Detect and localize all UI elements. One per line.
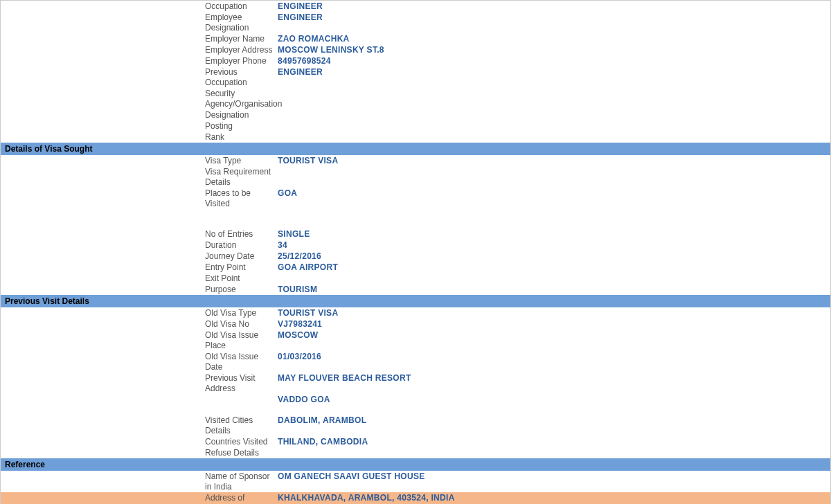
- field-label: Security Agency/Organisation: [1, 89, 278, 109]
- section-header-visa: Details of Visa Sought: [1, 143, 830, 155]
- field-value: TOURIST VISA: [278, 308, 338, 318]
- field-value: ZAO ROMACHKA: [278, 34, 350, 44]
- field-label: Old Visa Issue Date: [1, 352, 278, 372]
- field-label: Refuse Details: [1, 448, 278, 458]
- form-row: Journey Date25/12/2016: [1, 251, 830, 262]
- field-value: DABOLIM, ARAMBOL: [278, 415, 366, 436]
- field-label: Old Visa No: [1, 319, 278, 330]
- field-value: MOSCOW: [278, 330, 318, 351]
- field-value: 84957698524: [278, 56, 331, 66]
- field-label: Employer Phone: [1, 56, 278, 66]
- visa-block-1: Visa TypeTOURIST VISAVisa Requirement De…: [1, 155, 830, 209]
- field-value: KHALKHAVADA, ARAMBOL, 403524, INDIA: [278, 493, 455, 504]
- field-label: Name of Sponsor in India: [1, 471, 278, 492]
- form-row: Refuse Details: [1, 447, 830, 458]
- form-row: Visa Requirement Details: [1, 166, 830, 188]
- form-row: Previous Visit AddressMAY FLOUVER BEACH …: [1, 372, 830, 394]
- form-row: Old Visa Issue Date01/03/2016: [1, 351, 830, 372]
- form-row: Places to be VisitedGOA: [1, 188, 830, 209]
- form-row: Employer Phone84957698524: [1, 55, 830, 66]
- section-header-reference: Reference: [1, 458, 830, 471]
- field-value: 34: [278, 240, 287, 251]
- form-row: Visited Cities DetailsDABOLIM, ARAMBOL: [1, 415, 830, 436]
- field-value: ENGINEER: [278, 67, 323, 88]
- form-row: Old Visa NoVJ7983241: [1, 318, 830, 330]
- field-value: MOSCOW LENINSKY ST.8: [278, 45, 384, 55]
- form-row: OccupationENGINEER: [1, 1, 830, 12]
- field-label: Visa Requirement Details: [1, 167, 278, 188]
- form-row: Old Visa TypeTOURIST VISA: [1, 307, 830, 318]
- form-row: Old Visa Issue PlaceMOSCOW: [1, 330, 830, 351]
- field-label: Previous Occupation: [1, 67, 278, 88]
- field-value: 01/03/2016: [278, 352, 321, 372]
- field-label: Previous Visit Address: [1, 373, 278, 394]
- field-label: Occupation: [1, 1, 278, 12]
- field-label: Visited Cities Details: [1, 415, 278, 436]
- field-value: ENGINEER: [278, 12, 323, 33]
- field-value: VADDO GOA: [278, 395, 330, 405]
- field-label: Address of Sponsor in India: [1, 493, 278, 504]
- previous-block-1: Old Visa TypeTOURIST VISAOld Visa NoVJ79…: [1, 307, 830, 405]
- form-row: Duration34: [1, 240, 830, 251]
- field-label: Old Visa Issue Place: [1, 330, 278, 351]
- field-value: MAY FLOUVER BEACH RESORT: [278, 373, 411, 394]
- field-value: THILAND, CAMBODIA: [278, 437, 368, 447]
- field-label: [1, 395, 278, 405]
- form-row: Entry PointGOA AIRPORT: [1, 262, 830, 273]
- field-label: Posting: [1, 121, 278, 132]
- field-label: Countries Visited: [1, 437, 278, 447]
- field-label: Exit Point: [1, 273, 278, 284]
- field-value: VJ7983241: [278, 319, 322, 330]
- form-row: Previous OccupationENGINEER: [1, 66, 830, 88]
- field-label: Employee Designation: [1, 12, 278, 33]
- field-label: Designation: [1, 110, 278, 120]
- form-row: Employer AddressMOSCOW LENINSKY ST.8: [1, 44, 830, 55]
- field-label: Visa Type: [1, 156, 278, 166]
- field-label: Employer Address: [1, 45, 278, 55]
- field-label: Journey Date: [1, 251, 278, 262]
- form-row: PurposeTOURISM: [1, 284, 830, 295]
- field-value: ENGINEER: [278, 1, 323, 12]
- form-row: VADDO GOA: [1, 394, 830, 405]
- field-value: OM GANECH SAAVI GUEST HOUSE: [278, 471, 425, 492]
- field-value: TOURIST VISA: [278, 156, 338, 166]
- previous-block-2: Visited Cities DetailsDABOLIM, ARAMBOLCo…: [1, 415, 830, 458]
- field-label: Entry Point: [1, 262, 278, 273]
- form-row: No of EntriesSINGLE: [1, 228, 830, 240]
- form-row: Visa TypeTOURIST VISA: [1, 155, 830, 166]
- form-row: Exit Point: [1, 273, 830, 284]
- form-row: Employer NameZAO ROMACHKA: [1, 33, 830, 44]
- field-value: 25/12/2016: [278, 251, 321, 262]
- form-row: Designation: [1, 109, 830, 120]
- field-label: Purpose: [1, 285, 278, 295]
- field-label: Rank: [1, 132, 278, 143]
- field-value: GOA: [278, 188, 297, 209]
- field-label: Old Visa Type: [1, 308, 278, 318]
- form-row: Posting: [1, 120, 830, 132]
- form-row: Security Agency/Organisation: [1, 88, 830, 109]
- visa-block-2: No of EntriesSINGLEDuration34Journey Dat…: [1, 228, 830, 295]
- field-label: Duration: [1, 240, 278, 251]
- form-row: Countries VisitedTHILAND, CAMBODIA: [1, 436, 830, 447]
- field-label: Places to be Visited: [1, 188, 278, 209]
- field-label: No of Entries: [1, 229, 278, 240]
- reference-block-1: Name of Sponsor in IndiaOM GANECH SAAVI …: [1, 471, 830, 504]
- field-value: GOA AIRPORT: [278, 262, 338, 273]
- field-label: Employer Name: [1, 34, 278, 44]
- field-value: TOURISM: [278, 285, 317, 295]
- form-row: Name of Sponsor in IndiaOM GANECH SAAVI …: [1, 471, 830, 492]
- form-row: Address of Sponsor in IndiaKHALKHAVADA, …: [1, 492, 830, 504]
- form-row: Employee DesignationENGINEER: [1, 12, 830, 33]
- form-row: Rank: [1, 132, 830, 143]
- field-value: SINGLE: [278, 229, 310, 240]
- section-header-previous: Previous Visit Details: [1, 295, 830, 307]
- employment-block: OccupationENGINEEREmployee DesignationEN…: [1, 1, 830, 143]
